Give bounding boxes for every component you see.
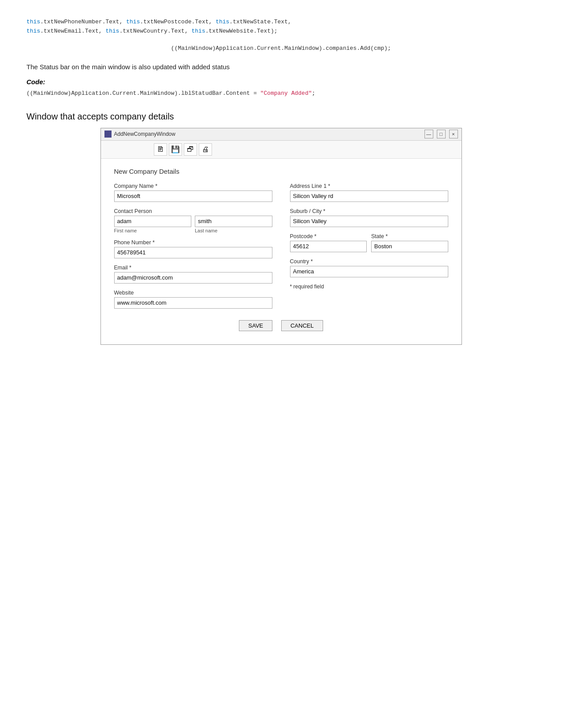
prose-1: The Status bar on the main window is als… [26, 62, 536, 72]
window-titlebar: AddNewCompanyWindow — □ × [101, 128, 462, 141]
toolbar-btn-3[interactable]: 🗗 [184, 143, 197, 156]
website-group: Website [114, 290, 272, 309]
code-normal-7: ((MainWindow)Application.Current.MainWin… [26, 90, 261, 97]
form-section-title: New Company Details [114, 168, 448, 175]
code-block-2: ((MainWindow)Application.Current.MainWin… [26, 89, 536, 98]
contact-name-row [114, 216, 272, 227]
state-group: State * [371, 233, 448, 252]
toolbar-btn-1[interactable]: 🖹 [154, 143, 167, 156]
country-group: Country * [290, 258, 448, 277]
address1-group: Address Line 1 * [290, 183, 448, 202]
window-title-text: AddNewCompanyWindow [114, 131, 175, 137]
window-toolbar: 🖹 💾 🗗 🖨 [101, 141, 462, 159]
close-button[interactable]: × [449, 130, 458, 138]
suburb-group: Suburb / City * [290, 208, 448, 227]
code-normal-6: .txtNewWebsite.Text); [205, 28, 278, 34]
toolbar-btn-2[interactable]: 💾 [169, 143, 182, 156]
code-label: Code: [26, 78, 536, 86]
code-normal-3: .txtNewState.Text, [229, 19, 291, 25]
postcode-label: Postcode * [290, 233, 367, 239]
button-row: SAVE CANCEL [114, 320, 448, 336]
code-this-6: this [192, 28, 205, 34]
country-input[interactable] [290, 266, 448, 277]
state-label: State * [371, 233, 448, 239]
cancel-button[interactable]: CANCEL [281, 320, 323, 331]
code-this-5: this [105, 28, 119, 34]
email-label: Email * [114, 265, 272, 271]
website-input[interactable] [114, 297, 272, 309]
phone-group: Phone Number * [114, 239, 272, 258]
email-group: Email * [114, 265, 272, 284]
code-normal-5: .txtNewCountry.Text, [119, 28, 192, 34]
code-normal-4: .txtNewEmail.Text, [40, 28, 105, 34]
form-grid: Company Name * Contact Person First name… [114, 183, 448, 315]
postcode-input[interactable] [290, 241, 367, 252]
phone-input[interactable] [114, 247, 272, 258]
code-normal-2: .txtNewPostcode.Text, [140, 19, 216, 25]
country-label: Country * [290, 258, 448, 265]
code-this-3: this [216, 19, 229, 25]
postcode-group: Postcode * [290, 233, 367, 252]
address1-input[interactable] [290, 190, 448, 202]
minimize-button[interactable]: — [424, 130, 433, 138]
suburb-input[interactable] [290, 216, 448, 227]
email-input[interactable] [114, 272, 272, 284]
window-controls[interactable]: — □ × [424, 130, 458, 138]
contact-person-group: Contact Person First name Last name [114, 208, 272, 233]
code-normal-1: .txtNewPhoneNumber.Text, [40, 19, 126, 25]
suburb-label: Suburb / City * [290, 208, 448, 214]
window-title-left: AddNewCompanyWindow [104, 131, 175, 138]
contact-person-label: Contact Person [114, 208, 272, 214]
postcode-state-row: Postcode * State * [290, 233, 448, 252]
last-name-input[interactable] [195, 216, 272, 227]
company-name-input[interactable] [114, 190, 272, 202]
window-app-icon [104, 131, 112, 138]
code-center-1: ((MainWindow)Application.Current.MainWin… [26, 45, 536, 52]
code-this-2: this [126, 19, 140, 25]
company-name-group: Company Name * [114, 183, 272, 202]
code-normal-8: ; [312, 90, 316, 97]
state-input[interactable] [371, 241, 448, 252]
save-button[interactable]: SAVE [239, 320, 272, 331]
code-this-1: this [26, 19, 40, 25]
website-label: Website [114, 290, 272, 296]
last-name-sublabel: Last name [195, 228, 272, 233]
toolbar-btn-4[interactable]: 🖨 [199, 143, 212, 156]
phone-label: Phone Number * [114, 239, 272, 246]
add-new-company-window: AddNewCompanyWindow — □ × 🖹 💾 🗗 🖨 New Co… [100, 128, 462, 345]
required-note: * required field [290, 284, 448, 290]
form-area: New Company Details Company Name * Conta… [101, 159, 462, 344]
first-name-input[interactable] [114, 216, 192, 227]
postcode-state-group: Postcode * State * [290, 233, 448, 252]
section-heading: Window that accepts company details [26, 112, 536, 122]
code-block-1: this.txtNewPhoneNumber.Text, this.txtNew… [26, 18, 536, 36]
code-string-1: "Company Added" [261, 90, 312, 97]
first-name-sublabel: First name [114, 228, 192, 233]
address1-label: Address Line 1 * [290, 183, 448, 189]
company-name-label: Company Name * [114, 183, 272, 189]
code-this-4: this [26, 28, 40, 34]
maximize-button[interactable]: □ [437, 130, 446, 138]
contact-sublabels: First name Last name [114, 228, 272, 233]
